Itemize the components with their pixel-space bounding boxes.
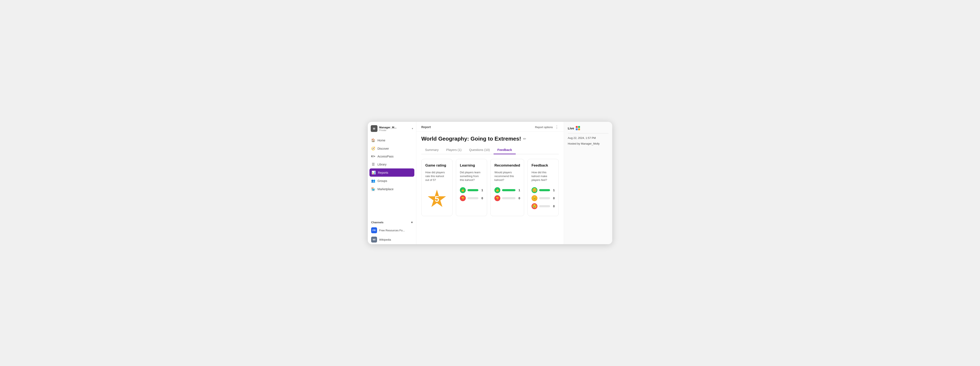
hosted-by: Hosted by Manager_Molly [568,142,608,145]
live-icon [576,126,580,130]
channel-label-fr: Free Resources Fo... [379,229,405,232]
account-menu[interactable]: M Manager_M... Private ▾ [368,122,416,135]
feedback-row-sad: 😢 0 [531,203,555,209]
bar-track [539,197,550,199]
sidebar: M Manager_M... Private ▾ 🏠 Home 🧭 Discov… [368,122,416,244]
channel-item-wi[interactable]: WI Wikipedia [368,235,416,244]
sidebar-item-label: Library [377,163,387,166]
sidebar-item-label: Discover [377,147,389,150]
sidebar-item-groups[interactable]: 👥 Groups [368,177,416,185]
account-type: Private [379,129,410,131]
header-actions: Report options ⋮ [535,125,559,129]
bar-track [539,189,550,191]
datetime: Aug 22, 2024, 1:57 PM [568,136,608,139]
tabs-row: Summary Players (1) Questions (10) Feedb… [421,146,559,154]
tab-summary[interactable]: Summary [421,146,442,154]
main-header: Report Report options ⋮ [416,122,564,132]
happy-emoji-icon: 😊 [531,187,538,193]
tab-feedback[interactable]: Feedback [493,146,516,154]
bar-track [539,205,550,207]
sidebar-item-marketplace[interactable]: 🏪 Marketplace [368,185,416,193]
home-icon: 🏠 [371,138,375,142]
feedback-sad-value: 0 [552,205,555,208]
recommended-down-value: 0 [517,197,520,200]
learning-title: Learning [460,163,483,168]
main-content: Report Report options ⋮ World Geography:… [416,122,564,244]
avatar: M [371,125,377,132]
page-title: Report [421,125,431,129]
thumbs-up-icon: 👍 [460,187,466,193]
thumbs-up-icon: 👍 [495,187,500,193]
recommended-title: Recommended [495,163,520,168]
learning-row-up: 👍 1 [460,187,483,193]
bar-fill [539,189,550,191]
bar-track [468,189,479,191]
game-rating-title: Game rating [425,163,449,168]
sidebar-item-library[interactable]: ☰ Library [368,160,416,168]
kebab-menu-icon[interactable]: ⋮ [555,125,559,129]
recommended-card: Recommended Would players recommend this… [490,159,524,216]
account-info: Manager_M... Private [379,126,410,131]
learning-down-value: 0 [480,197,483,200]
feedback-card: Feedback How did this kahoot make player… [528,159,559,216]
sidebar-item-label: AccessPass [377,155,393,158]
channel-item-fr[interactable]: FR Free Resources Fo... [368,225,416,235]
feedback-happy-value: 1 [552,189,555,192]
sidebar-item-reports[interactable]: 📊 Reports [369,168,414,177]
sidebar-item-discover[interactable]: 🧭 Discover [368,144,416,153]
quiz-title: World Geography: Going to Extremes! [421,136,521,142]
learning-desc: Did players learn something from this ka… [460,171,483,182]
main-body: World Geography: Going to Extremes! ✏ Su… [416,132,564,244]
sidebar-nav: 🏠 Home 🧭 Discover K!+ AccessPass ☰ Libra… [368,135,416,219]
channels-label: Channels [371,221,383,224]
game-rating-score: 5 [427,190,446,209]
feedback-card-title: Feedback [531,163,555,168]
chevron-down-icon: ▾ [412,127,413,130]
recommended-row-up: 👍 1 [495,187,520,193]
bar-track [468,197,479,199]
learning-row-down: 👎 0 [460,195,483,201]
recommended-desc: Would players recommend this kahoot? [495,171,520,182]
live-label: Live [568,126,574,130]
sidebar-item-label: Groups [377,179,387,182]
recommended-row-down: 👎 0 [495,195,520,201]
quiz-title-row: World Geography: Going to Extremes! ✏ [421,136,559,142]
sidebar-item-label: Home [377,139,385,142]
channels-section[interactable]: Channels ▾ [368,219,416,225]
sad-emoji-icon: 😢 [531,203,538,209]
sidebar-item-label: Marketplace [377,187,393,191]
tab-players[interactable]: Players (1) [442,146,465,154]
sidebar-item-accesspass[interactable]: K!+ AccessPass [368,153,416,160]
neutral-emoji-icon: 😐 [531,195,538,201]
channel-badge-wi: WI [371,237,377,243]
marketplace-icon: 🏪 [371,187,375,191]
thumbs-down-icon: 👎 [495,195,500,201]
feedback-row-happy: 😊 1 [531,187,555,193]
recommended-up-value: 1 [517,189,520,192]
cards-row: Game rating How did players rate this ka… [421,159,559,216]
accesspass-icon: K!+ [371,155,375,158]
bar-track [502,197,515,199]
bar-fill [502,189,515,191]
feedback-row-neutral: 😐 0 [531,195,555,201]
library-icon: ☰ [371,162,375,166]
tab-questions[interactable]: Questions (10) [465,146,493,154]
account-name: Manager_M... [379,126,410,129]
channel-badge-fr: FR [371,227,377,233]
learning-card: Learning Did players learn something fro… [456,159,487,216]
thumbs-down-icon: 👎 [460,195,466,201]
bar-fill [468,189,479,191]
report-options-button[interactable]: Report options [535,126,553,129]
sidebar-item-label: Reports [378,171,388,174]
feedback-neutral-value: 0 [552,197,555,200]
reports-icon: 📊 [372,171,376,174]
bar-track [502,189,515,191]
game-rating-card: Game rating How did players rate this ka… [421,159,452,216]
game-rating-desc: How did players rate this kahoot out of … [425,171,449,182]
edit-icon[interactable]: ✏ [523,137,526,141]
sidebar-item-home[interactable]: 🏠 Home [368,136,416,144]
feedback-card-desc: How did this kahoot make players feel? [531,171,555,182]
live-badge: Live [568,126,608,130]
channels-chevron-icon: ▾ [411,221,413,224]
right-panel: Live Aug 22, 2024, 1:57 PM Hosted by Man… [564,122,612,244]
